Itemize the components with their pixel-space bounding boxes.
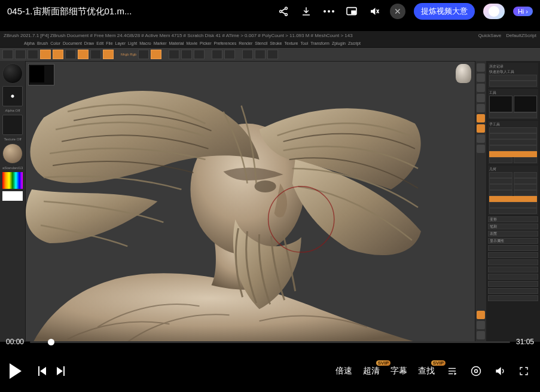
playlist-icon[interactable] <box>446 365 459 378</box>
panel-hdr-quickpick: 快速拾取人工具 <box>489 69 537 75</box>
video-title: 045-1.宙斯面部细节优化01.m... <box>7 6 268 17</box>
progress-track[interactable] <box>30 341 510 343</box>
panel-hdr-tool: 工具 <box>489 90 537 96</box>
svg-point-5 <box>332 10 334 13</box>
zbrush-menubar: AlphaBrushColorDocumentDrawEditFileLayer… <box>0 39 540 48</box>
defaultzscript-label: DefaultZScript <box>506 33 536 38</box>
mute-icon[interactable] <box>367 4 382 19</box>
next-button[interactable] <box>57 366 65 376</box>
svg-rect-7 <box>352 11 355 14</box>
download-icon[interactable] <box>299 4 313 19</box>
zbrush-canvas <box>25 61 475 342</box>
volume-icon[interactable] <box>493 365 507 378</box>
panel-hdr-geometry: 几何 <box>489 167 537 172</box>
svg-point-18 <box>475 370 478 373</box>
progress-thumb[interactable] <box>48 339 54 345</box>
fullscreen-icon[interactable] <box>517 365 530 378</box>
hi-badge[interactable]: Hi › <box>513 7 533 16</box>
zbrush-app: ZBrush 2021.7.1 [P4] ZBrush Document # F… <box>0 31 540 342</box>
reference-head <box>456 64 471 83</box>
video-viewport[interactable]: ZBrush 2021.7.1 [P4] ZBrush Document # F… <box>0 23 540 350</box>
sculpt-illustration <box>8 74 427 341</box>
close-icon[interactable]: ✕ <box>390 4 405 19</box>
prev-button[interactable] <box>38 366 46 376</box>
quality-button[interactable]: 超清SVIP <box>363 366 380 376</box>
svg-marker-16 <box>454 372 457 375</box>
browser-titlebar: 045-1.宙斯面部细节优化01.m... ✕ 提炼视频大意 Hi › <box>0 0 540 23</box>
player-controls: 倍速 超清SVIP 字幕 查找SVIP <box>0 350 540 392</box>
panel-hdr-brush: 笔刷 <box>488 223 538 229</box>
subtitle-button[interactable]: 字幕 <box>390 366 407 376</box>
panel-hdr-display: 显示属性 <box>488 238 538 244</box>
zbrush-status-text: ZBrush 2021.7.1 [P4] ZBrush Document # F… <box>4 33 353 38</box>
pip-icon[interactable] <box>344 4 359 19</box>
zbrush-right-panel: 历史记录 快速拾取人工具 工具 子工具 几何 <box>486 61 540 342</box>
quicksave-label: QuickSave <box>478 33 502 38</box>
find-button[interactable]: 查找SVIP <box>418 366 435 376</box>
time-current: 00:00 <box>6 338 24 346</box>
svg-point-3 <box>324 10 326 13</box>
share-icon[interactable] <box>276 4 291 19</box>
panel-hdr-deform: 变形 <box>488 216 538 222</box>
assistant-avatar[interactable] <box>483 4 505 19</box>
svg-point-11 <box>255 180 276 192</box>
panel-hdr-subtool: 子工具 <box>489 122 537 127</box>
zbrush-shelf: Mrgb Rgb <box>0 48 540 61</box>
time-total: 31:05 <box>516 338 534 346</box>
svg-point-17 <box>472 367 481 376</box>
play-button[interactable] <box>10 363 22 379</box>
panel-hdr-surface: 表面 <box>488 231 538 237</box>
zbrush-right-rail <box>475 61 486 342</box>
speed-button[interactable]: 倍速 <box>335 366 352 376</box>
svg-point-4 <box>328 10 330 13</box>
extract-summary-button[interactable]: 提炼视频大意 <box>414 3 475 20</box>
settings-icon[interactable] <box>469 365 483 378</box>
zbrush-statusbar: ZBrush 2021.7.1 [P4] ZBrush Document # F… <box>0 31 540 39</box>
progress-row: 00:00 31:05 <box>0 333 540 350</box>
more-icon[interactable] <box>322 4 336 19</box>
panel-hdr-history: 历史记录 <box>489 64 537 69</box>
